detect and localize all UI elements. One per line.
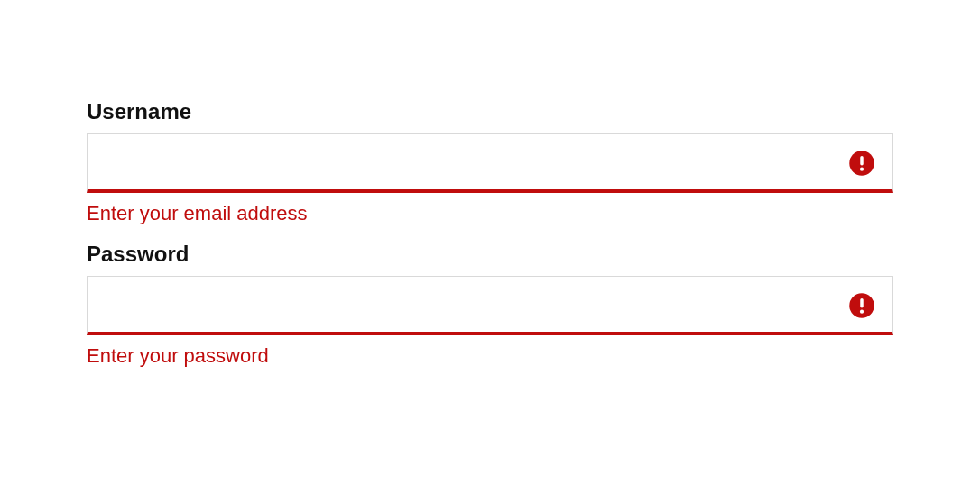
password-input-wrapper [87, 276, 893, 335]
password-label: Password [87, 242, 893, 267]
username-label: Username [87, 99, 893, 124]
password-field-group: Password Enter your password [87, 242, 893, 368]
username-input-wrapper [87, 133, 893, 193]
username-field-group: Username Enter your email address [87, 99, 893, 225]
password-input[interactable] [87, 276, 893, 335]
username-helper-text: Enter your email address [87, 202, 893, 225]
login-form: Username Enter your email address Passwo… [87, 99, 893, 368]
username-input[interactable] [87, 133, 893, 193]
password-helper-text: Enter your password [87, 344, 893, 368]
